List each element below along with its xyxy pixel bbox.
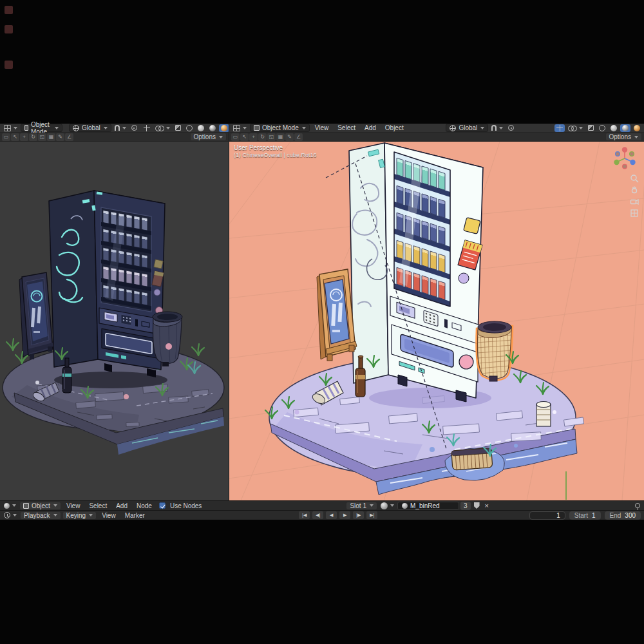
desktop-icon[interactable]: [5, 6, 13, 14]
material-users-count-button[interactable]: 3: [460, 502, 471, 510]
options-dropdown[interactable]: Options: [190, 133, 227, 141]
shading-wireframe-button[interactable]: [184, 124, 194, 132]
orientation-label: Global: [82, 124, 100, 131]
left-viewport-header: Object Mode Global: [0, 124, 229, 133]
shading-rendered-button[interactable]: [632, 124, 642, 132]
mode-dropdown[interactable]: Object Mode: [21, 124, 62, 132]
use-nodes-checkbox[interactable]: Use Nodes: [157, 502, 204, 510]
shading-solid-button[interactable]: [609, 124, 619, 132]
play-reverse-button[interactable]: ◀: [326, 511, 337, 519]
xray-toggle[interactable]: [173, 124, 183, 132]
editor-type-button[interactable]: [2, 502, 18, 510]
snap-toggle[interactable]: [489, 124, 505, 132]
browse-material-button[interactable]: [379, 502, 396, 510]
prev-keyframe-button[interactable]: ◀|: [312, 511, 323, 519]
standing-cup-object[interactable]: [536, 402, 551, 427]
unlink-material-button[interactable]: ×: [483, 502, 491, 510]
menu-add[interactable]: Add: [112, 502, 131, 510]
menu-view[interactable]: View: [311, 124, 333, 132]
tool-transform-button[interactable]: ▦: [47, 133, 55, 141]
zoom-icon[interactable]: [630, 174, 639, 183]
tool-rotate-button[interactable]: ↻: [258, 133, 267, 141]
playback-dropdown[interactable]: Playback: [20, 511, 61, 520]
next-keyframe-button[interactable]: |▶: [353, 511, 364, 519]
shading-solid-button[interactable]: [196, 124, 206, 132]
tool-scale-button[interactable]: ◱: [267, 133, 276, 141]
menu-marker[interactable]: Marker: [121, 511, 149, 520]
menu-object[interactable]: Object: [381, 124, 408, 132]
tool-scale-button[interactable]: ◱: [38, 133, 46, 141]
vending-machine-object[interactable]: [349, 143, 483, 402]
right-scene[interactable]: [229, 142, 644, 500]
wireframe-icon: [599, 125, 605, 131]
mode-dropdown[interactable]: Object Mode: [250, 124, 310, 132]
tool-move-button[interactable]: +: [249, 133, 258, 141]
frame-start-field[interactable]: Start1: [569, 511, 601, 520]
shading-material-button[interactable]: [620, 124, 630, 132]
gizmo-toggle[interactable]: [142, 124, 152, 132]
orientation-dropdown[interactable]: Global: [446, 124, 488, 132]
menu-select[interactable]: Select: [334, 124, 359, 132]
pan-hand-icon[interactable]: [630, 185, 639, 194]
shading-wireframe-button[interactable]: [597, 124, 607, 132]
left-scene[interactable]: [0, 142, 229, 500]
tool-box-select-button[interactable]: ▭: [231, 133, 240, 141]
play-button[interactable]: ▶: [339, 511, 350, 519]
jump-to-end-button[interactable]: ▶|: [366, 511, 377, 519]
object-mode-icon: [24, 125, 28, 131]
magnet-icon: [115, 125, 120, 131]
tool-measure-button[interactable]: ∠: [294, 133, 303, 141]
menu-select[interactable]: Select: [85, 502, 111, 510]
trash-bin-object-selected[interactable]: [476, 321, 513, 381]
tool-cursor-button[interactable]: ↖: [11, 133, 19, 141]
trash-bin-object[interactable]: [153, 312, 182, 366]
navigation-gizmo[interactable]: [612, 146, 638, 171]
fallen-crate-object[interactable]: [451, 448, 493, 470]
frame-end-field[interactable]: End300: [605, 511, 641, 520]
desktop-icon[interactable]: [5, 61, 13, 69]
material-name-field[interactable]: M_binRed: [397, 502, 459, 510]
menu-view[interactable]: View: [98, 511, 120, 520]
shader-type-dropdown[interactable]: Object: [19, 502, 61, 510]
solid-icon: [198, 125, 204, 131]
snap-toggle[interactable]: [113, 124, 128, 132]
camera-view-icon[interactable]: [630, 197, 639, 206]
shading-material-button[interactable]: [207, 124, 218, 132]
left-viewport-canvas[interactable]: [0, 142, 229, 500]
tool-annotate-button[interactable]: ✎: [56, 133, 64, 141]
proportional-editing-toggle[interactable]: [506, 124, 516, 132]
overlays-toggle[interactable]: [566, 124, 585, 132]
shading-rendered-button[interactable]: [219, 124, 229, 132]
tool-rotate-button[interactable]: ↻: [29, 133, 37, 141]
current-frame-field[interactable]: 1: [529, 511, 565, 520]
tool-cursor-button[interactable]: ↖: [240, 133, 249, 141]
tool-measure-button[interactable]: ∠: [65, 133, 73, 141]
tool-transform-button[interactable]: ▦: [276, 133, 285, 141]
right-viewport-canvas[interactable]: User Perspective (1) ChineseOverall | cu…: [229, 142, 644, 500]
menu-view[interactable]: View: [62, 502, 84, 510]
jump-to-start-button[interactable]: |◀: [299, 511, 310, 519]
keying-dropdown[interactable]: Keying: [62, 511, 97, 520]
rendered-icon: [634, 125, 640, 131]
orientation-dropdown[interactable]: Global: [69, 124, 111, 132]
tool-annotate-button[interactable]: ✎: [285, 133, 294, 141]
editor-type-button[interactable]: [231, 124, 249, 132]
pin-button[interactable]: [633, 502, 642, 510]
overlays-icon: [568, 126, 576, 131]
tool-move-button[interactable]: +: [20, 133, 28, 141]
menu-node[interactable]: Node: [133, 502, 156, 510]
editor-type-button[interactable]: [2, 511, 19, 520]
ortho-grid-icon[interactable]: [630, 209, 639, 218]
proportional-editing-toggle[interactable]: [129, 124, 139, 132]
overlays-toggle[interactable]: [153, 124, 172, 132]
gizmo-toggle[interactable]: [554, 124, 565, 132]
options-dropdown[interactable]: Options: [605, 133, 642, 141]
fake-user-button[interactable]: [472, 502, 482, 510]
slot-dropdown[interactable]: Slot 1: [346, 502, 377, 510]
tool-box-select-button[interactable]: ▭: [2, 133, 10, 141]
editor-type-button[interactable]: [2, 124, 19, 132]
menu-add[interactable]: Add: [361, 124, 380, 132]
vending-machine-object[interactable]: [49, 191, 165, 377]
xray-toggle[interactable]: [586, 124, 596, 132]
desktop-icon[interactable]: [5, 25, 13, 33]
